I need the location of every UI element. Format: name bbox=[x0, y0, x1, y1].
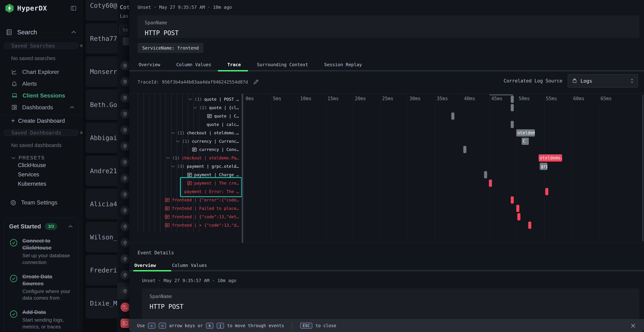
span-bar[interactable]: oteldemo. bbox=[539, 154, 562, 162]
session-event-row[interactable] bbox=[117, 218, 129, 235]
session-event-row[interactable] bbox=[117, 251, 129, 267]
session-list-item[interactable]: Retha77@ bbox=[86, 23, 117, 54]
trace-span-row[interactable]: frontend | × {"code":13,"d… bbox=[129, 221, 239, 229]
get-started-header[interactable]: Get Started 3/3 bbox=[9, 223, 73, 230]
sidebar-item-client-sessions[interactable]: Client Sessions bbox=[4, 90, 78, 102]
sidebar-item-alerts[interactable]: Alerts bbox=[4, 78, 78, 90]
get-started-item[interactable]: Add DataStart sending logs, metrics, or … bbox=[9, 308, 73, 330]
event-details-tab-overview[interactable]: Overview bbox=[133, 263, 164, 268]
session-event-row[interactable] bbox=[117, 106, 129, 122]
tree-resize-handle[interactable] bbox=[242, 94, 243, 243]
span-bar[interactable] bbox=[511, 121, 514, 128]
tab-column-values[interactable]: Column Values bbox=[168, 62, 219, 67]
chevron-down-icon[interactable] bbox=[193, 106, 197, 109]
session-event-row[interactable] bbox=[117, 170, 129, 186]
trace-span-row[interactable]: (1)checkout | oteldemo.Pa… bbox=[129, 154, 239, 162]
span-bar[interactable]: oteldemo. bbox=[516, 129, 535, 136]
chevron-down-icon[interactable] bbox=[166, 156, 170, 160]
chevron-down-icon[interactable] bbox=[171, 165, 175, 168]
session-event-row[interactable] bbox=[117, 90, 129, 106]
session-event-row[interactable] bbox=[117, 58, 129, 74]
tab-trace[interactable]: Trace bbox=[219, 62, 249, 67]
tab-surrounding-context[interactable]: Surrounding Context bbox=[249, 62, 316, 67]
strip-button[interactable] bbox=[123, 37, 129, 46]
trace-span-row[interactable]: frontend | {"error":{"code… bbox=[129, 196, 239, 204]
tab-session-replay[interactable]: Session Replay bbox=[316, 62, 370, 67]
session-event-row[interactable] bbox=[117, 186, 129, 202]
trace-span-row[interactable]: quote | calc… bbox=[129, 120, 239, 128]
span-bar[interactable] bbox=[511, 104, 514, 111]
session-list-item[interactable]: Monserra bbox=[86, 56, 117, 87]
span-bar[interactable] bbox=[517, 213, 520, 220]
session-event-row[interactable] bbox=[117, 299, 129, 315]
session-event-row[interactable] bbox=[117, 138, 129, 154]
session-list-item[interactable]: Dixie_Mc bbox=[86, 288, 117, 318]
sidebar-section-search[interactable]: Search bbox=[0, 27, 82, 38]
event-details-tab-column-values[interactable]: Column Values bbox=[164, 263, 215, 268]
sidebar-item-dashboards[interactable]: Dashboards bbox=[4, 102, 78, 113]
session-list-item[interactable]: Alicia42 bbox=[86, 189, 117, 219]
sidebar-collapse-icon[interactable] bbox=[70, 5, 77, 11]
saved-dashboards-input[interactable] bbox=[11, 130, 77, 136]
saved-searches-input[interactable] bbox=[11, 43, 77, 49]
session-search-input[interactable] bbox=[122, 27, 129, 32]
span-bar[interactable] bbox=[516, 205, 519, 212]
get-started-item[interactable]: Create Data SourcesConfigure where your … bbox=[9, 273, 73, 302]
get-started-item[interactable]: Connect to ClickHouseSet up your databas… bbox=[9, 237, 73, 266]
session-event-row[interactable] bbox=[117, 267, 129, 283]
session-list-item[interactable]: Abbigail bbox=[86, 122, 117, 153]
trace-span-row[interactable]: currency | Conv… bbox=[129, 146, 239, 154]
trace-span-row[interactable]: (2)quote | {cl… bbox=[129, 104, 239, 112]
session-list-item[interactable]: Frederic bbox=[86, 255, 117, 285]
trace-span-row[interactable]: frontend | Failed to place… bbox=[129, 204, 239, 212]
waterfall-vertical-scrollbar[interactable] bbox=[642, 95, 644, 242]
session-event-row[interactable] bbox=[117, 122, 129, 138]
chevron-down-icon[interactable] bbox=[188, 98, 192, 101]
span-bar[interactable] bbox=[511, 96, 514, 103]
trace-span-row[interactable]: quote | C… bbox=[129, 112, 239, 120]
session-event-row[interactable] bbox=[117, 154, 129, 170]
span-bar[interactable] bbox=[484, 171, 487, 178]
span-bar[interactable] bbox=[528, 222, 531, 229]
close-icon[interactable] bbox=[630, 323, 636, 329]
log-source-select[interactable]: Logs bbox=[568, 74, 638, 88]
trace-span-row[interactable]: payment | The cre… bbox=[129, 179, 239, 187]
chevron-up-icon[interactable] bbox=[68, 225, 73, 228]
session-event-row[interactable] bbox=[117, 235, 129, 251]
saved-dashboards-input-wrap[interactable]: ⌘K bbox=[4, 130, 78, 136]
trace-span-row[interactable]: frontend | {"code":13,"det… bbox=[129, 213, 239, 221]
preset-clickhouse[interactable]: ClickHouse bbox=[4, 161, 78, 170]
session-list-item[interactable]: Beth.Gol bbox=[86, 90, 117, 120]
create-dashboard-button[interactable]: + Create Dashboard bbox=[4, 117, 78, 124]
presets-toggle[interactable]: PRESETS bbox=[11, 155, 78, 161]
chevron-down-icon[interactable] bbox=[176, 140, 180, 143]
preset-services[interactable]: Services bbox=[4, 170, 78, 179]
span-bar[interactable] bbox=[545, 188, 548, 195]
team-settings-button[interactable]: Team Settings bbox=[4, 199, 78, 206]
session-event-row[interactable] bbox=[117, 202, 129, 218]
trace-span-row[interactable]: payment | Charge … bbox=[129, 171, 239, 179]
trace-span-row[interactable]: (3)payment | grpc.oteld… bbox=[129, 162, 239, 170]
span-bar[interactable] bbox=[451, 112, 454, 120]
preset-kubernetes[interactable]: Kubernetes bbox=[4, 179, 78, 188]
span-bar[interactable] bbox=[489, 180, 492, 187]
trace-span-row[interactable]: (1)currency | Currenc… bbox=[129, 137, 239, 146]
session-event-row[interactable] bbox=[117, 315, 129, 331]
span-bar[interactable]: C bbox=[522, 138, 529, 145]
span-bar[interactable]: grp bbox=[540, 163, 548, 170]
chevron-down-icon[interactable] bbox=[171, 132, 175, 134]
trace-span-row[interactable]: payment | Error: The … bbox=[129, 188, 239, 196]
session-event-row[interactable] bbox=[117, 283, 129, 299]
tab-overview[interactable]: Overview bbox=[138, 62, 168, 67]
sidebar-item-chart-explorer[interactable]: Chart Explorer bbox=[4, 66, 78, 78]
waterfall-horizontal-scroll-thumb[interactable] bbox=[490, 94, 513, 95]
session-search-wrap[interactable] bbox=[120, 25, 129, 35]
trace-span-row[interactable]: (1)checkout | oteldemo.… bbox=[129, 129, 239, 137]
edit-pencil-icon[interactable] bbox=[253, 79, 259, 85]
service-name-chip[interactable]: ServiceName: frontend bbox=[138, 43, 204, 53]
session-event-row[interactable] bbox=[117, 74, 129, 90]
session-list-item[interactable]: Coty60@g bbox=[86, 0, 117, 20]
span-bar[interactable] bbox=[511, 196, 514, 204]
span-bar[interactable] bbox=[463, 146, 466, 153]
session-list-item[interactable]: Wilson_H bbox=[86, 222, 117, 252]
